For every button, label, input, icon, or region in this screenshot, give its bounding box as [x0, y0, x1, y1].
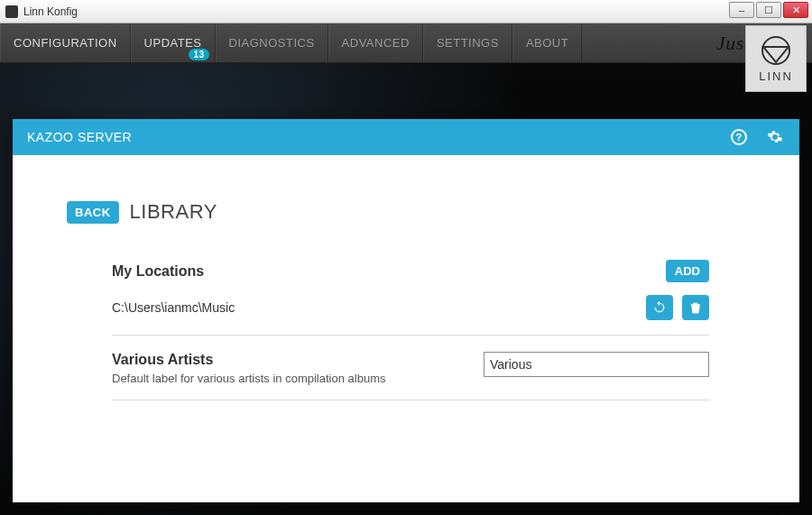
window-close-button[interactable]: ✕ [783, 2, 808, 18]
help-button[interactable]: ? [729, 127, 749, 147]
tab-label: CONFIGURATION [14, 36, 117, 50]
various-artists-section: Various Artists Default label for variou… [112, 352, 709, 400]
updates-badge: 13 [189, 49, 208, 60]
tab-about[interactable]: ABOUT [512, 23, 582, 62]
add-location-button[interactable]: ADD [666, 260, 709, 282]
tab-advanced[interactable]: ADVANCED [328, 23, 423, 62]
window-maximize-button[interactable]: ☐ [756, 2, 781, 18]
trash-icon [689, 300, 702, 315]
logo-text: LINN [759, 69, 793, 83]
app-icon [5, 5, 18, 18]
back-button[interactable]: BACK [67, 201, 119, 224]
tab-label: SETTINGS [437, 36, 499, 50]
brand-logo: LINN [745, 25, 807, 92]
tab-configuration[interactable]: CONFIGURATION [0, 23, 131, 62]
location-path: C:\Users\ianmc\Music [112, 300, 235, 315]
gear-icon [767, 129, 783, 145]
tab-settings[interactable]: SETTINGS [423, 23, 512, 62]
window-title: Linn Konfig [23, 5, 78, 18]
panel-title: KAZOO SERVER [27, 130, 132, 144]
various-heading: Various Artists [112, 352, 385, 368]
tab-label: ADVANCED [342, 36, 410, 50]
locations-heading: My Locations [112, 263, 204, 280]
tab-updates[interactable]: UPDATES 13 [131, 23, 216, 62]
delete-location-button[interactable] [682, 295, 709, 320]
help-icon: ? [731, 129, 747, 145]
window-titlebar: Linn Konfig – ☐ ✕ [0, 0, 812, 23]
page-title: LIBRARY [130, 200, 217, 224]
location-row: C:\Users\ianmc\Music [112, 295, 709, 320]
tab-label: UPDATES [144, 36, 202, 50]
panel-header: KAZOO SERVER ? [13, 119, 799, 155]
locations-section: My Locations ADD C:\Users\ianmc\Music [112, 260, 709, 336]
settings-button[interactable] [765, 127, 785, 147]
back-label: BACK [75, 206, 111, 219]
window-minimize-button[interactable]: – [729, 2, 754, 18]
refresh-icon [652, 300, 667, 315]
main-nav: CONFIGURATION UPDATES 13 DIAGNOSTICS ADV… [0, 23, 812, 63]
tab-diagnostics[interactable]: DIAGNOSTICS [216, 23, 328, 62]
linn-logo-icon [758, 35, 794, 66]
tab-label: ABOUT [526, 36, 568, 50]
settings-panel: KAZOO SERVER ? BACK LIBRARY My Locations… [13, 119, 799, 502]
various-artists-input[interactable] [484, 352, 709, 377]
svg-text:?: ? [735, 132, 742, 143]
various-description: Default label for various artists in com… [112, 372, 385, 385]
refresh-location-button[interactable] [646, 295, 673, 320]
panel-body: BACK LIBRARY My Locations ADD C:\Users\i… [13, 155, 799, 435]
add-label: ADD [675, 264, 700, 278]
tab-label: DIAGNOSTICS [229, 36, 315, 50]
